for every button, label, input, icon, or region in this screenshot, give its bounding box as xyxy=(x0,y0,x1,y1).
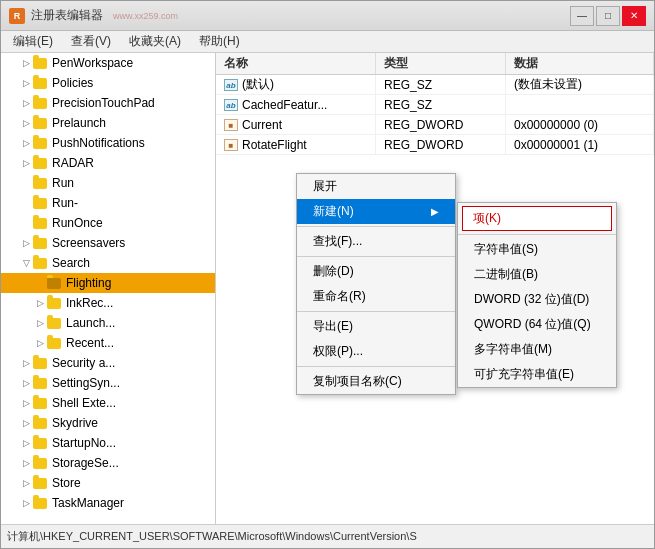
submenu-arrow-icon: ▶ xyxy=(431,206,439,217)
tree-item-run[interactable]: Run xyxy=(1,173,215,193)
menu-help[interactable]: 帮助(H) xyxy=(191,31,248,52)
folder-icon xyxy=(33,416,49,430)
tree-label: Skydrive xyxy=(52,416,98,430)
tree-item-radar[interactable]: ▷ RADAR xyxy=(1,153,215,173)
cell-name-current: ■ Current xyxy=(216,115,376,134)
title-bar-left: R 注册表编辑器 www.xx259.com xyxy=(9,7,178,24)
menu-favorites[interactable]: 收藏夹(A) xyxy=(121,31,189,52)
menu-bar: 编辑(E) 查看(V) 收藏夹(A) 帮助(H) xyxy=(1,31,654,53)
tree-item-precisiontouchpad[interactable]: ▷ PrecisionTouchPad xyxy=(1,93,215,113)
folder-icon xyxy=(47,296,63,310)
app-icon: R xyxy=(9,8,25,24)
ctx-new[interactable]: 新建(N) ▶ xyxy=(297,199,455,224)
ctx-separator-3 xyxy=(297,311,455,312)
submenu-item-binary[interactable]: 二进制值(B) xyxy=(458,262,616,287)
ctx-find[interactable]: 查找(F)... xyxy=(297,229,455,254)
submenu-item-qword64[interactable]: QWORD (64 位)值(Q) xyxy=(458,312,616,337)
watermark-text: www.xx259.com xyxy=(113,11,178,21)
menu-edit[interactable]: 编辑(E) xyxy=(5,31,61,52)
folder-icon xyxy=(33,76,49,90)
tree-label: Search xyxy=(52,256,90,270)
tree-item-store[interactable]: ▷ Store xyxy=(1,473,215,493)
detail-row-default[interactable]: ab (默认) REG_SZ (数值未设置) xyxy=(216,75,654,95)
reg-icon-ab: ab xyxy=(224,99,238,111)
tree-item-screensavers[interactable]: ▷ Screensavers xyxy=(1,233,215,253)
maximize-button[interactable]: □ xyxy=(596,6,620,26)
expand-icon xyxy=(19,216,33,230)
tree-item-storagese[interactable]: ▷ StorageSe... xyxy=(1,453,215,473)
detail-row-cachedfeatur[interactable]: ab CachedFeatur... REG_SZ xyxy=(216,95,654,115)
ctx-export[interactable]: 导出(E) xyxy=(297,314,455,339)
tree-label: RunOnce xyxy=(52,216,103,230)
tree-item-inkrec[interactable]: ▷ InkRec... xyxy=(1,293,215,313)
tree-label: Store xyxy=(52,476,81,490)
cell-data-rotateflight: 0x00000001 (1) xyxy=(506,135,654,154)
ctx-permissions[interactable]: 权限(P)... xyxy=(297,339,455,364)
col-type-header: 类型 xyxy=(376,53,506,74)
tree-item-recent[interactable]: ▷ Recent... xyxy=(1,333,215,353)
tree-item-settingsyn[interactable]: ▷ SettingSyn... xyxy=(1,373,215,393)
expand-icon: ▷ xyxy=(19,356,33,370)
minimize-button[interactable]: — xyxy=(570,6,594,26)
cell-name-rotateflight: ■ RotateFlight xyxy=(216,135,376,154)
submenu-separator xyxy=(458,234,616,235)
submenu-item-expandstring[interactable]: 可扩充字符串值(E) xyxy=(458,362,616,387)
cell-data-current: 0x00000000 (0) xyxy=(506,115,654,134)
submenu: 项(K) 字符串值(S) 二进制值(B) DWORD (32 位)值(D) QW… xyxy=(457,202,617,388)
tree-item-taskmanager[interactable]: ▷ TaskManager xyxy=(1,493,215,513)
tree-label: Run- xyxy=(52,196,78,210)
title-bar: R 注册表编辑器 www.xx259.com — □ ✕ xyxy=(1,1,654,31)
folder-icon xyxy=(33,196,49,210)
submenu-item-dword32[interactable]: DWORD (32 位)值(D) xyxy=(458,287,616,312)
ctx-separator-1 xyxy=(297,226,455,227)
expand-icon: ▷ xyxy=(19,496,33,510)
tree-item-shellext[interactable]: ▷ Shell Exte... xyxy=(1,393,215,413)
tree-label: Recent... xyxy=(66,336,114,350)
tree-item-startupno[interactable]: ▷ StartupNo... xyxy=(1,433,215,453)
ctx-rename[interactable]: 重命名(R) xyxy=(297,284,455,309)
detail-header: 名称 类型 数据 xyxy=(216,53,654,75)
detail-row-rotateflight[interactable]: ■ RotateFlight REG_DWORD 0x00000001 (1) xyxy=(216,135,654,155)
tree-item-run-dash[interactable]: Run- xyxy=(1,193,215,213)
tree-item-security[interactable]: ▷ Security a... xyxy=(1,353,215,373)
reg-icon-ab: ab xyxy=(224,79,238,91)
tree-label: Screensavers xyxy=(52,236,125,250)
ctx-separator-2 xyxy=(297,256,455,257)
tree-label: Prelaunch xyxy=(52,116,106,130)
tree-item-search[interactable]: ▽ Search xyxy=(1,253,215,273)
expand-icon: ▷ xyxy=(19,136,33,150)
expand-icon: ▷ xyxy=(19,76,33,90)
cell-name-default: ab (默认) xyxy=(216,75,376,94)
expand-icon: ▷ xyxy=(19,56,33,70)
tree-label: PrecisionTouchPad xyxy=(52,96,155,110)
tree-item-runonce[interactable]: RunOnce xyxy=(1,213,215,233)
reg-icon-dword: ■ xyxy=(224,119,238,131)
expand-icon: ▷ xyxy=(19,376,33,390)
folder-icon xyxy=(33,476,49,490)
window-title: 注册表编辑器 xyxy=(31,7,103,24)
expand-icon: ▷ xyxy=(19,236,33,250)
tree-item-penworkspace[interactable]: ▷ PenWorkspace xyxy=(1,53,215,73)
ctx-expand[interactable]: 展开 xyxy=(297,174,455,199)
tree-panel[interactable]: ▷ PenWorkspace ▷ Policies ▷ PrecisionTou… xyxy=(1,53,216,524)
ctx-delete[interactable]: 删除(D) xyxy=(297,259,455,284)
submenu-item-key[interactable]: 项(K) xyxy=(462,206,612,231)
tree-item-launch[interactable]: ▷ Launch... xyxy=(1,313,215,333)
cell-type-default: REG_SZ xyxy=(376,75,506,94)
submenu-item-multistring[interactable]: 多字符串值(M) xyxy=(458,337,616,362)
tree-item-skydrive[interactable]: ▷ Skydrive xyxy=(1,413,215,433)
expand-icon: ▷ xyxy=(19,396,33,410)
tree-item-pushnotifications[interactable]: ▷ PushNotifications xyxy=(1,133,215,153)
ctx-copy-name[interactable]: 复制项目名称(C) xyxy=(297,369,455,394)
tree-label: StartupNo... xyxy=(52,436,116,450)
submenu-item-string[interactable]: 字符串值(S) xyxy=(458,237,616,262)
window-controls: — □ ✕ xyxy=(570,6,646,26)
tree-item-flighting[interactable]: Flighting xyxy=(1,273,215,293)
tree-item-policies[interactable]: ▷ Policies xyxy=(1,73,215,93)
detail-row-current[interactable]: ■ Current REG_DWORD 0x00000000 (0) xyxy=(216,115,654,135)
menu-view[interactable]: 查看(V) xyxy=(63,31,119,52)
tree-item-prelaunch[interactable]: ▷ Prelaunch xyxy=(1,113,215,133)
folder-icon xyxy=(33,436,49,450)
close-button[interactable]: ✕ xyxy=(622,6,646,26)
tree-label: TaskManager xyxy=(52,496,124,510)
